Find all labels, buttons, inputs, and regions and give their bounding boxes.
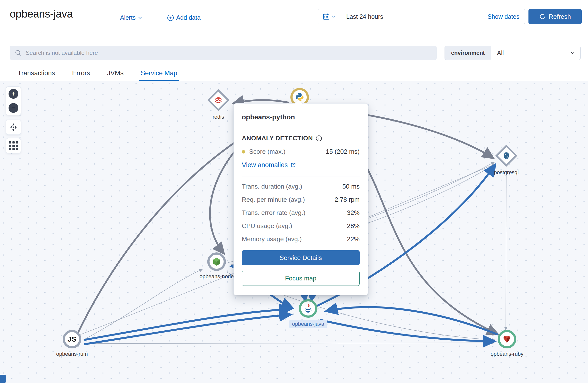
add-data-label: Add data [176, 14, 201, 21]
environment-select[interactable]: All [491, 46, 580, 60]
refresh-icon [539, 13, 546, 20]
score-value: 15 (202 ms) [326, 148, 360, 155]
redis-icon [214, 96, 223, 104]
service-node-postgresql[interactable]: postgresql [494, 144, 519, 176]
stat-row: CPU usage (avg.) 28% [242, 222, 360, 230]
service-popup: opbeans-python ANOMALY DETECTION Score (… [233, 103, 368, 295]
service-node-opbeans-java[interactable]: opbeans-java [289, 299, 327, 328]
tab-jvms[interactable]: JVMs [106, 66, 125, 81]
tab-transactions[interactable]: Transactions [17, 66, 56, 81]
alerts-dropdown[interactable]: Alerts [120, 14, 142, 21]
node-label: postgresql [494, 169, 519, 176]
chevron-down-icon [138, 16, 142, 20]
crosshair-icon [9, 123, 18, 132]
nodejs-icon [212, 257, 222, 267]
service-stats: Trans. duration (avg.) 50 ms Req. per mi… [242, 183, 360, 243]
stat-row: Trans. error rate (avg.) 32% [242, 209, 360, 217]
anomaly-severity-dot [242, 150, 245, 153]
service-node-redis[interactable]: redis [207, 89, 230, 120]
time-range-value[interactable]: Last 24 hours [340, 13, 487, 20]
popup-title: opbeans-python [242, 112, 360, 127]
service-node-opbeans-ruby[interactable]: opbeans-ruby [491, 330, 524, 357]
time-picker: Last 24 hours Show dates [318, 9, 525, 24]
score-label: Score (max.) [249, 148, 285, 155]
external-link-icon [290, 163, 296, 168]
tab-service-map[interactable]: Service Map [140, 66, 178, 81]
search-icon [15, 49, 22, 57]
calendar-dropdown-button[interactable] [318, 9, 340, 24]
page-title: opbeans-java [10, 8, 73, 20]
add-data-button[interactable]: + Add data [167, 14, 201, 21]
service-shape: JS [63, 330, 81, 348]
divider [242, 127, 360, 127]
grid-dots-icon [9, 141, 18, 150]
chevron-down-icon [332, 15, 336, 19]
environment-filter-label: environment [445, 46, 491, 60]
postgresql-icon [502, 152, 510, 160]
grid-layout-control[interactable] [6, 138, 21, 153]
javascript-icon: JS [68, 335, 77, 343]
anomaly-score-row: Score (max.) 15 (202 ms) [242, 148, 360, 155]
service-shape [498, 330, 516, 348]
zoom-in-button[interactable]: + [9, 89, 18, 99]
divider [242, 176, 360, 176]
focus-map-button[interactable]: Focus map [242, 271, 360, 286]
dependency-shape [495, 145, 518, 167]
stat-row: Trans. duration (avg.) 50 ms [242, 183, 360, 190]
ruby-icon [502, 334, 512, 344]
search-box[interactable] [10, 46, 437, 60]
tab-errors[interactable]: Errors [71, 66, 91, 81]
node-label: redis [212, 114, 224, 120]
refresh-button[interactable]: Refresh [528, 9, 582, 24]
service-node-opbeans-node[interactable]: opbeans-node [200, 252, 234, 280]
view-anomalies-link[interactable]: View anomalies [242, 161, 296, 169]
tab-bar: Transactions Errors JVMs Service Map [0, 66, 588, 81]
search-input[interactable] [26, 49, 432, 56]
zoom-out-button[interactable]: − [9, 103, 18, 113]
alerts-label: Alerts [120, 14, 136, 21]
node-label: opbeans-rum [56, 351, 88, 357]
bottom-left-blue-strip [0, 375, 6, 383]
dependency-shape [207, 89, 230, 111]
filter-bar: environment All [0, 40, 588, 66]
center-map-control[interactable] [6, 120, 21, 135]
node-label-selected: opbeans-java [289, 320, 327, 328]
plus-circle-icon: + [167, 15, 174, 21]
service-node-opbeans-rum[interactable]: JS opbeans-rum [56, 330, 88, 357]
service-details-button[interactable]: Service Details [242, 250, 360, 265]
stat-row: Req. per minute (avg.) 2.78 rpm [242, 196, 360, 203]
show-dates-button[interactable]: Show dates [487, 13, 525, 20]
environment-filter: environment All [444, 46, 581, 60]
service-shape [207, 252, 226, 271]
node-label: opbeans-ruby [491, 351, 524, 357]
stat-row: Memory usage (avg.) 22% [242, 235, 360, 243]
info-icon[interactable] [316, 135, 322, 142]
java-icon [303, 303, 313, 314]
anomaly-detection-heading: ANOMALY DETECTION [242, 134, 313, 142]
calendar-icon [323, 13, 330, 20]
chevron-down-icon [571, 51, 575, 55]
zoom-controls: + − [6, 86, 21, 115]
service-shape [299, 299, 317, 318]
node-label: opbeans-node [200, 273, 234, 280]
page-header: opbeans-java Alerts + Add data Last 24 h… [0, 0, 588, 40]
